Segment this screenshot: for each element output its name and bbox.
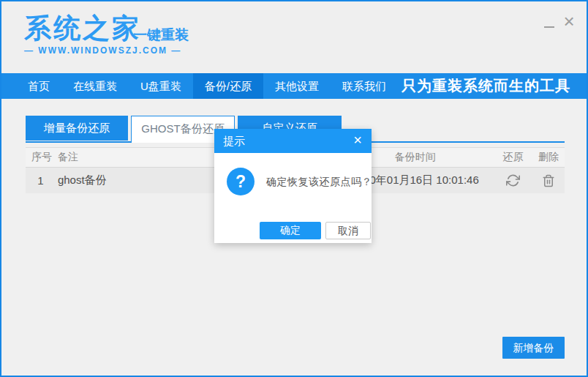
titlebar: 系统之家 一键重装 — WWW.WINDOWSZJ.COM — ×	[1, 1, 587, 73]
confirm-button[interactable]: 确定	[260, 222, 321, 239]
dialog-message: 确定恢复该还原点吗？	[266, 168, 372, 195]
cell-index: 1	[26, 174, 56, 187]
nav-slogan: 只为重装系统而生的工具	[402, 73, 570, 99]
nav-item-backup-restore[interactable]: 备份/还原	[193, 73, 263, 99]
header-restore: 还原	[494, 151, 533, 164]
dialog-close-button[interactable]: ×	[350, 129, 366, 153]
app-window: 系统之家 一键重装 — WWW.WINDOWSZJ.COM — × 首页 在线重…	[0, 0, 588, 377]
app-logo-subtitle: 一键重装	[133, 26, 189, 45]
nav-item-other-settings[interactable]: 其他设置	[263, 73, 331, 99]
tab-incremental-backup-restore[interactable]: 增量备份还原	[26, 116, 128, 141]
dialog-titlebar: 提示 ×	[214, 129, 372, 153]
dialog-title: 提示	[223, 135, 245, 147]
website-text: — WWW.WINDOWSZJ.COM —	[24, 45, 181, 56]
nav-item-online-reinstall[interactable]: 在线重装	[61, 73, 129, 99]
add-backup-button[interactable]: 新增备份	[502, 337, 565, 359]
dialog-close-icon: ×	[353, 132, 362, 148]
refresh-restore-icon	[506, 173, 520, 187]
trash-icon	[542, 174, 555, 187]
header-delete: 删除	[532, 151, 565, 164]
question-icon: ?	[227, 168, 255, 195]
minimize-icon	[544, 26, 554, 28]
restore-button[interactable]	[504, 172, 521, 190]
close-icon: ×	[563, 10, 574, 32]
nav-item-usb-reinstall[interactable]: U盘重装	[129, 73, 193, 99]
nav-item-contact-us[interactable]: 联系我们	[331, 73, 398, 99]
app-logo: 系统之家	[24, 10, 141, 47]
confirm-dialog: 提示 × ? 确定恢复该还原点吗？ 确定 取消	[214, 129, 372, 243]
minimize-button[interactable]	[541, 16, 557, 32]
main-nav: 首页 在线重装 U盘重装 备份/还原 其他设置 联系我们 只为重装系统而生的工具	[1, 73, 587, 99]
header-index: 序号	[26, 151, 56, 164]
cancel-button[interactable]: 取消	[325, 222, 371, 239]
nav-item-home[interactable]: 首页	[16, 73, 61, 99]
close-button[interactable]: ×	[560, 10, 578, 32]
delete-button[interactable]	[540, 172, 557, 190]
